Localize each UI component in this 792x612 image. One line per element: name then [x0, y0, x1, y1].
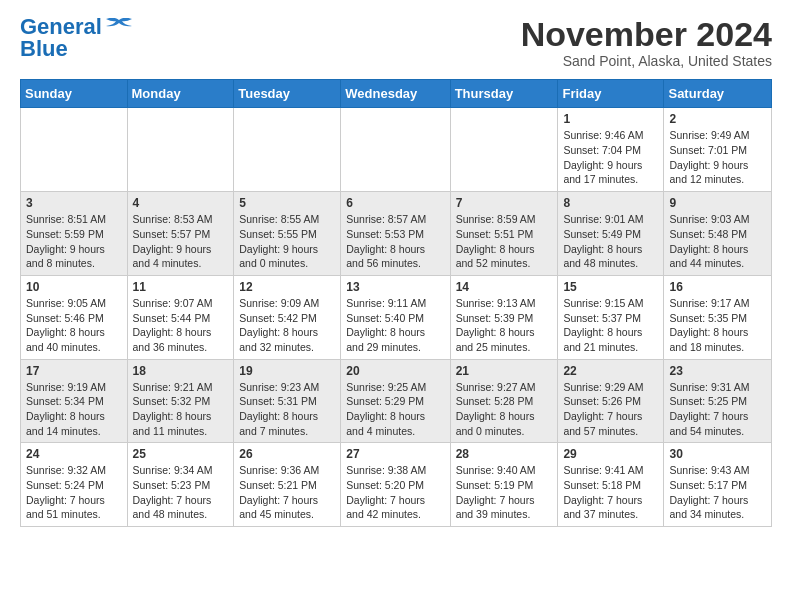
- month-title: November 2024: [521, 16, 772, 53]
- calendar-cell: [127, 108, 234, 192]
- day-info: Sunrise: 8:55 AM Sunset: 5:55 PM Dayligh…: [239, 212, 335, 271]
- day-info: Sunrise: 9:25 AM Sunset: 5:29 PM Dayligh…: [346, 380, 444, 439]
- day-info: Sunrise: 9:07 AM Sunset: 5:44 PM Dayligh…: [133, 296, 229, 355]
- calendar-cell: 27Sunrise: 9:38 AM Sunset: 5:20 PM Dayli…: [341, 443, 450, 527]
- day-info: Sunrise: 9:27 AM Sunset: 5:28 PM Dayligh…: [456, 380, 553, 439]
- day-info: Sunrise: 8:59 AM Sunset: 5:51 PM Dayligh…: [456, 212, 553, 271]
- header: General Blue November 2024 Sand Point, A…: [20, 16, 772, 69]
- calendar-cell: 3Sunrise: 8:51 AM Sunset: 5:59 PM Daylig…: [21, 192, 128, 276]
- calendar-week-row: 10Sunrise: 9:05 AM Sunset: 5:46 PM Dayli…: [21, 275, 772, 359]
- calendar-week-row: 17Sunrise: 9:19 AM Sunset: 5:34 PM Dayli…: [21, 359, 772, 443]
- day-number: 21: [456, 364, 553, 378]
- day-info: Sunrise: 9:09 AM Sunset: 5:42 PM Dayligh…: [239, 296, 335, 355]
- day-number: 14: [456, 280, 553, 294]
- day-info: Sunrise: 9:46 AM Sunset: 7:04 PM Dayligh…: [563, 128, 658, 187]
- calendar-header-row: Sunday Monday Tuesday Wednesday Thursday…: [21, 80, 772, 108]
- day-number: 4: [133, 196, 229, 210]
- day-info: Sunrise: 8:51 AM Sunset: 5:59 PM Dayligh…: [26, 212, 122, 271]
- day-info: Sunrise: 9:31 AM Sunset: 5:25 PM Dayligh…: [669, 380, 766, 439]
- calendar-cell: 26Sunrise: 9:36 AM Sunset: 5:21 PM Dayli…: [234, 443, 341, 527]
- calendar-cell: 1Sunrise: 9:46 AM Sunset: 7:04 PM Daylig…: [558, 108, 664, 192]
- logo: General Blue: [20, 16, 134, 60]
- calendar-cell: 12Sunrise: 9:09 AM Sunset: 5:42 PM Dayli…: [234, 275, 341, 359]
- col-friday: Friday: [558, 80, 664, 108]
- day-info: Sunrise: 9:49 AM Sunset: 7:01 PM Dayligh…: [669, 128, 766, 187]
- calendar-cell: 2Sunrise: 9:49 AM Sunset: 7:01 PM Daylig…: [664, 108, 772, 192]
- calendar-cell: 11Sunrise: 9:07 AM Sunset: 5:44 PM Dayli…: [127, 275, 234, 359]
- day-number: 13: [346, 280, 444, 294]
- calendar-cell: 4Sunrise: 8:53 AM Sunset: 5:57 PM Daylig…: [127, 192, 234, 276]
- day-number: 10: [26, 280, 122, 294]
- day-number: 29: [563, 447, 658, 461]
- calendar-cell: 6Sunrise: 8:57 AM Sunset: 5:53 PM Daylig…: [341, 192, 450, 276]
- day-info: Sunrise: 9:11 AM Sunset: 5:40 PM Dayligh…: [346, 296, 444, 355]
- calendar-cell: 17Sunrise: 9:19 AM Sunset: 5:34 PM Dayli…: [21, 359, 128, 443]
- day-number: 20: [346, 364, 444, 378]
- day-info: Sunrise: 8:53 AM Sunset: 5:57 PM Dayligh…: [133, 212, 229, 271]
- col-wednesday: Wednesday: [341, 80, 450, 108]
- logo-bird-icon: [104, 18, 134, 40]
- day-number: 12: [239, 280, 335, 294]
- page: General Blue November 2024 Sand Point, A…: [0, 0, 792, 537]
- calendar-cell: 8Sunrise: 9:01 AM Sunset: 5:49 PM Daylig…: [558, 192, 664, 276]
- calendar-cell: 9Sunrise: 9:03 AM Sunset: 5:48 PM Daylig…: [664, 192, 772, 276]
- day-number: 11: [133, 280, 229, 294]
- day-info: Sunrise: 9:41 AM Sunset: 5:18 PM Dayligh…: [563, 463, 658, 522]
- day-number: 25: [133, 447, 229, 461]
- calendar-cell: 13Sunrise: 9:11 AM Sunset: 5:40 PM Dayli…: [341, 275, 450, 359]
- calendar-week-row: 3Sunrise: 8:51 AM Sunset: 5:59 PM Daylig…: [21, 192, 772, 276]
- day-number: 19: [239, 364, 335, 378]
- day-info: Sunrise: 8:57 AM Sunset: 5:53 PM Dayligh…: [346, 212, 444, 271]
- day-number: 24: [26, 447, 122, 461]
- calendar-cell: [341, 108, 450, 192]
- day-number: 23: [669, 364, 766, 378]
- calendar-cell: 25Sunrise: 9:34 AM Sunset: 5:23 PM Dayli…: [127, 443, 234, 527]
- calendar-week-row: 24Sunrise: 9:32 AM Sunset: 5:24 PM Dayli…: [21, 443, 772, 527]
- calendar-cell: 20Sunrise: 9:25 AM Sunset: 5:29 PM Dayli…: [341, 359, 450, 443]
- calendar-cell: 15Sunrise: 9:15 AM Sunset: 5:37 PM Dayli…: [558, 275, 664, 359]
- day-info: Sunrise: 9:32 AM Sunset: 5:24 PM Dayligh…: [26, 463, 122, 522]
- logo-blue: Blue: [20, 36, 68, 61]
- day-info: Sunrise: 9:36 AM Sunset: 5:21 PM Dayligh…: [239, 463, 335, 522]
- day-number: 2: [669, 112, 766, 126]
- day-number: 7: [456, 196, 553, 210]
- calendar-cell: 23Sunrise: 9:31 AM Sunset: 5:25 PM Dayli…: [664, 359, 772, 443]
- calendar-cell: 29Sunrise: 9:41 AM Sunset: 5:18 PM Dayli…: [558, 443, 664, 527]
- day-number: 22: [563, 364, 658, 378]
- calendar-cell: 22Sunrise: 9:29 AM Sunset: 5:26 PM Dayli…: [558, 359, 664, 443]
- location: Sand Point, Alaska, United States: [521, 53, 772, 69]
- day-info: Sunrise: 9:23 AM Sunset: 5:31 PM Dayligh…: [239, 380, 335, 439]
- day-info: Sunrise: 9:17 AM Sunset: 5:35 PM Dayligh…: [669, 296, 766, 355]
- day-info: Sunrise: 9:21 AM Sunset: 5:32 PM Dayligh…: [133, 380, 229, 439]
- day-number: 28: [456, 447, 553, 461]
- col-monday: Monday: [127, 80, 234, 108]
- calendar-cell: [21, 108, 128, 192]
- day-number: 3: [26, 196, 122, 210]
- day-number: 26: [239, 447, 335, 461]
- day-info: Sunrise: 9:19 AM Sunset: 5:34 PM Dayligh…: [26, 380, 122, 439]
- calendar-cell: 21Sunrise: 9:27 AM Sunset: 5:28 PM Dayli…: [450, 359, 558, 443]
- day-info: Sunrise: 9:13 AM Sunset: 5:39 PM Dayligh…: [456, 296, 553, 355]
- calendar-cell: 5Sunrise: 8:55 AM Sunset: 5:55 PM Daylig…: [234, 192, 341, 276]
- title-block: November 2024 Sand Point, Alaska, United…: [521, 16, 772, 69]
- calendar-cell: 24Sunrise: 9:32 AM Sunset: 5:24 PM Dayli…: [21, 443, 128, 527]
- day-info: Sunrise: 9:43 AM Sunset: 5:17 PM Dayligh…: [669, 463, 766, 522]
- day-number: 8: [563, 196, 658, 210]
- calendar-week-row: 1Sunrise: 9:46 AM Sunset: 7:04 PM Daylig…: [21, 108, 772, 192]
- day-number: 15: [563, 280, 658, 294]
- col-tuesday: Tuesday: [234, 80, 341, 108]
- calendar-cell: 16Sunrise: 9:17 AM Sunset: 5:35 PM Dayli…: [664, 275, 772, 359]
- calendar-cell: [450, 108, 558, 192]
- day-number: 16: [669, 280, 766, 294]
- day-info: Sunrise: 9:29 AM Sunset: 5:26 PM Dayligh…: [563, 380, 658, 439]
- day-info: Sunrise: 9:03 AM Sunset: 5:48 PM Dayligh…: [669, 212, 766, 271]
- day-info: Sunrise: 9:01 AM Sunset: 5:49 PM Dayligh…: [563, 212, 658, 271]
- calendar-cell: 18Sunrise: 9:21 AM Sunset: 5:32 PM Dayli…: [127, 359, 234, 443]
- day-info: Sunrise: 9:38 AM Sunset: 5:20 PM Dayligh…: [346, 463, 444, 522]
- col-saturday: Saturday: [664, 80, 772, 108]
- logo-text: General Blue: [20, 16, 102, 60]
- day-number: 5: [239, 196, 335, 210]
- day-info: Sunrise: 9:40 AM Sunset: 5:19 PM Dayligh…: [456, 463, 553, 522]
- day-number: 6: [346, 196, 444, 210]
- calendar-cell: 28Sunrise: 9:40 AM Sunset: 5:19 PM Dayli…: [450, 443, 558, 527]
